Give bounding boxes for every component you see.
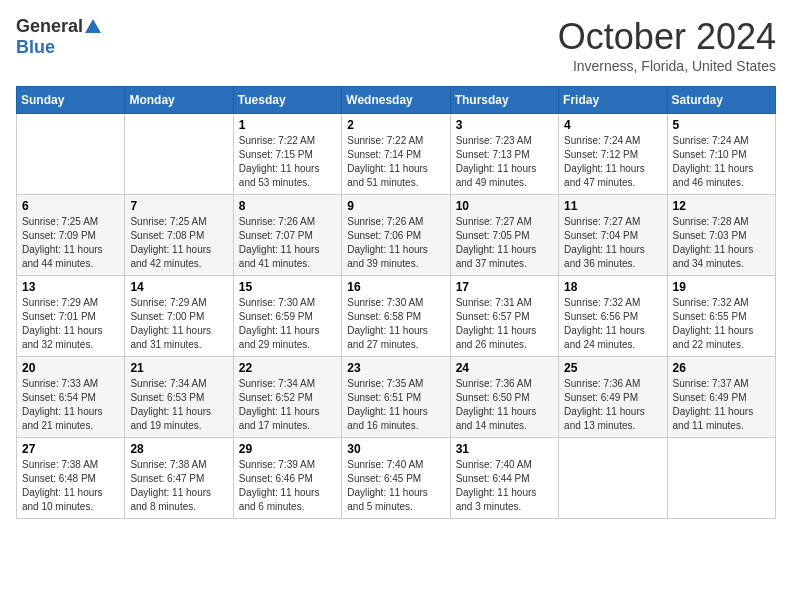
day-number: 24: [456, 361, 553, 375]
day-info: Sunrise: 7:30 AMSunset: 6:58 PMDaylight:…: [347, 296, 444, 352]
calendar-day-cell: 5Sunrise: 7:24 AMSunset: 7:10 PMDaylight…: [667, 114, 775, 195]
day-info: Sunrise: 7:23 AMSunset: 7:13 PMDaylight:…: [456, 134, 553, 190]
weekday-header-cell: Monday: [125, 87, 233, 114]
calendar-day-cell: 4Sunrise: 7:24 AMSunset: 7:12 PMDaylight…: [559, 114, 667, 195]
logo-general-text: General: [16, 16, 83, 37]
calendar-day-cell: 27Sunrise: 7:38 AMSunset: 6:48 PMDayligh…: [17, 438, 125, 519]
calendar-day-cell: 13Sunrise: 7:29 AMSunset: 7:01 PMDayligh…: [17, 276, 125, 357]
day-info: Sunrise: 7:25 AMSunset: 7:08 PMDaylight:…: [130, 215, 227, 271]
day-info: Sunrise: 7:39 AMSunset: 6:46 PMDaylight:…: [239, 458, 336, 514]
day-info: Sunrise: 7:34 AMSunset: 6:52 PMDaylight:…: [239, 377, 336, 433]
day-number: 10: [456, 199, 553, 213]
day-number: 9: [347, 199, 444, 213]
day-number: 25: [564, 361, 661, 375]
day-number: 2: [347, 118, 444, 132]
day-number: 14: [130, 280, 227, 294]
day-info: Sunrise: 7:27 AMSunset: 7:05 PMDaylight:…: [456, 215, 553, 271]
day-info: Sunrise: 7:34 AMSunset: 6:53 PMDaylight:…: [130, 377, 227, 433]
weekday-header-cell: Sunday: [17, 87, 125, 114]
day-info: Sunrise: 7:25 AMSunset: 7:09 PMDaylight:…: [22, 215, 119, 271]
calendar-day-cell: 14Sunrise: 7:29 AMSunset: 7:00 PMDayligh…: [125, 276, 233, 357]
day-number: 6: [22, 199, 119, 213]
calendar-day-cell: 29Sunrise: 7:39 AMSunset: 6:46 PMDayligh…: [233, 438, 341, 519]
calendar-day-cell: 24Sunrise: 7:36 AMSunset: 6:50 PMDayligh…: [450, 357, 558, 438]
day-info: Sunrise: 7:26 AMSunset: 7:06 PMDaylight:…: [347, 215, 444, 271]
calendar-week-row: 6Sunrise: 7:25 AMSunset: 7:09 PMDaylight…: [17, 195, 776, 276]
day-info: Sunrise: 7:38 AMSunset: 6:48 PMDaylight:…: [22, 458, 119, 514]
day-number: 21: [130, 361, 227, 375]
day-info: Sunrise: 7:32 AMSunset: 6:55 PMDaylight:…: [673, 296, 770, 352]
day-info: Sunrise: 7:24 AMSunset: 7:12 PMDaylight:…: [564, 134, 661, 190]
day-number: 23: [347, 361, 444, 375]
calendar-day-cell: [17, 114, 125, 195]
calendar-day-cell: 23Sunrise: 7:35 AMSunset: 6:51 PMDayligh…: [342, 357, 450, 438]
day-number: 19: [673, 280, 770, 294]
calendar-day-cell: 17Sunrise: 7:31 AMSunset: 6:57 PMDayligh…: [450, 276, 558, 357]
weekday-header-cell: Wednesday: [342, 87, 450, 114]
page-header: General Blue October 2024 Inverness, Flo…: [16, 16, 776, 74]
location-text: Inverness, Florida, United States: [558, 58, 776, 74]
calendar-day-cell: [559, 438, 667, 519]
day-info: Sunrise: 7:22 AMSunset: 7:14 PMDaylight:…: [347, 134, 444, 190]
calendar-week-row: 27Sunrise: 7:38 AMSunset: 6:48 PMDayligh…: [17, 438, 776, 519]
svg-marker-0: [85, 19, 101, 33]
day-info: Sunrise: 7:28 AMSunset: 7:03 PMDaylight:…: [673, 215, 770, 271]
weekday-header-cell: Tuesday: [233, 87, 341, 114]
calendar-day-cell: 18Sunrise: 7:32 AMSunset: 6:56 PMDayligh…: [559, 276, 667, 357]
day-number: 7: [130, 199, 227, 213]
calendar-table: SundayMondayTuesdayWednesdayThursdayFrid…: [16, 86, 776, 519]
logo: General Blue: [16, 16, 102, 58]
calendar-week-row: 1Sunrise: 7:22 AMSunset: 7:15 PMDaylight…: [17, 114, 776, 195]
calendar-week-row: 20Sunrise: 7:33 AMSunset: 6:54 PMDayligh…: [17, 357, 776, 438]
day-info: Sunrise: 7:33 AMSunset: 6:54 PMDaylight:…: [22, 377, 119, 433]
day-info: Sunrise: 7:31 AMSunset: 6:57 PMDaylight:…: [456, 296, 553, 352]
day-info: Sunrise: 7:26 AMSunset: 7:07 PMDaylight:…: [239, 215, 336, 271]
calendar-day-cell: 8Sunrise: 7:26 AMSunset: 7:07 PMDaylight…: [233, 195, 341, 276]
calendar-day-cell: 30Sunrise: 7:40 AMSunset: 6:45 PMDayligh…: [342, 438, 450, 519]
day-info: Sunrise: 7:38 AMSunset: 6:47 PMDaylight:…: [130, 458, 227, 514]
weekday-header-cell: Thursday: [450, 87, 558, 114]
day-number: 17: [456, 280, 553, 294]
day-number: 3: [456, 118, 553, 132]
calendar-day-cell: 1Sunrise: 7:22 AMSunset: 7:15 PMDaylight…: [233, 114, 341, 195]
day-number: 30: [347, 442, 444, 456]
calendar-day-cell: 16Sunrise: 7:30 AMSunset: 6:58 PMDayligh…: [342, 276, 450, 357]
weekday-header-cell: Friday: [559, 87, 667, 114]
calendar-day-cell: 9Sunrise: 7:26 AMSunset: 7:06 PMDaylight…: [342, 195, 450, 276]
day-number: 15: [239, 280, 336, 294]
day-number: 4: [564, 118, 661, 132]
day-number: 11: [564, 199, 661, 213]
day-info: Sunrise: 7:37 AMSunset: 6:49 PMDaylight:…: [673, 377, 770, 433]
month-title: October 2024: [558, 16, 776, 58]
calendar-day-cell: [667, 438, 775, 519]
calendar-day-cell: 31Sunrise: 7:40 AMSunset: 6:44 PMDayligh…: [450, 438, 558, 519]
calendar-day-cell: 20Sunrise: 7:33 AMSunset: 6:54 PMDayligh…: [17, 357, 125, 438]
calendar-day-cell: 6Sunrise: 7:25 AMSunset: 7:09 PMDaylight…: [17, 195, 125, 276]
calendar-day-cell: 22Sunrise: 7:34 AMSunset: 6:52 PMDayligh…: [233, 357, 341, 438]
calendar-day-cell: 10Sunrise: 7:27 AMSunset: 7:05 PMDayligh…: [450, 195, 558, 276]
calendar-day-cell: 7Sunrise: 7:25 AMSunset: 7:08 PMDaylight…: [125, 195, 233, 276]
title-section: October 2024 Inverness, Florida, United …: [558, 16, 776, 74]
calendar-day-cell: 12Sunrise: 7:28 AMSunset: 7:03 PMDayligh…: [667, 195, 775, 276]
day-info: Sunrise: 7:27 AMSunset: 7:04 PMDaylight:…: [564, 215, 661, 271]
calendar-day-cell: 25Sunrise: 7:36 AMSunset: 6:49 PMDayligh…: [559, 357, 667, 438]
day-number: 27: [22, 442, 119, 456]
day-info: Sunrise: 7:40 AMSunset: 6:44 PMDaylight:…: [456, 458, 553, 514]
calendar-day-cell: [125, 114, 233, 195]
calendar-day-cell: 21Sunrise: 7:34 AMSunset: 6:53 PMDayligh…: [125, 357, 233, 438]
day-info: Sunrise: 7:36 AMSunset: 6:49 PMDaylight:…: [564, 377, 661, 433]
calendar-body: 1Sunrise: 7:22 AMSunset: 7:15 PMDaylight…: [17, 114, 776, 519]
day-info: Sunrise: 7:35 AMSunset: 6:51 PMDaylight:…: [347, 377, 444, 433]
day-info: Sunrise: 7:40 AMSunset: 6:45 PMDaylight:…: [347, 458, 444, 514]
day-number: 26: [673, 361, 770, 375]
calendar-day-cell: 19Sunrise: 7:32 AMSunset: 6:55 PMDayligh…: [667, 276, 775, 357]
day-number: 18: [564, 280, 661, 294]
day-number: 22: [239, 361, 336, 375]
calendar-day-cell: 3Sunrise: 7:23 AMSunset: 7:13 PMDaylight…: [450, 114, 558, 195]
day-number: 1: [239, 118, 336, 132]
day-number: 8: [239, 199, 336, 213]
day-number: 5: [673, 118, 770, 132]
day-info: Sunrise: 7:32 AMSunset: 6:56 PMDaylight:…: [564, 296, 661, 352]
logo-triangle-icon: [84, 17, 102, 35]
calendar-header-row: SundayMondayTuesdayWednesdayThursdayFrid…: [17, 87, 776, 114]
